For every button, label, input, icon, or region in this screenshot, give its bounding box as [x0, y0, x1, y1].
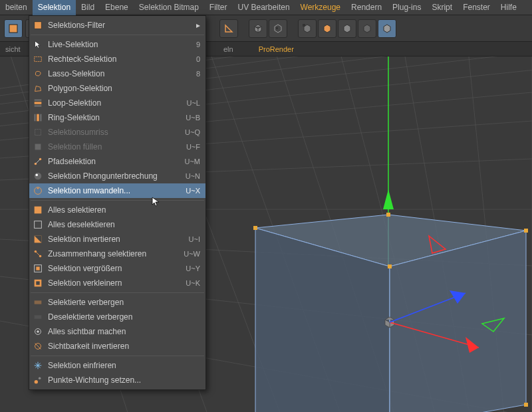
menu-selektion[interactable]: Selektion: [33, 0, 76, 15]
tool-btn-1[interactable]: [4, 19, 23, 38]
svg-rect-42: [35, 56, 42, 61]
svg-rect-67: [35, 300, 42, 304]
menu-item-pfadselektion[interactable]: PfadselektionU~M: [29, 154, 205, 169]
menu-bild[interactable]: Bild: [76, 0, 100, 15]
menu-item-label: Alles deselektieren: [48, 220, 200, 229]
tool-cube-2[interactable]: [269, 19, 287, 38]
menu-item-label: Live-Selektion: [48, 40, 196, 49]
menu-item-shortcut: U~Y: [186, 264, 200, 272]
menu-item-loop-selektion[interactable]: Loop-SelektionU~L: [29, 96, 205, 110]
svg-rect-63: [36, 266, 39, 270]
menu-item-alles-deselektieren[interactable]: Alles deselektieren: [29, 217, 205, 232]
menu-item-label: Selektion invertieren: [48, 235, 189, 244]
outline-icon: [32, 126, 44, 138]
menu-ebene[interactable]: Ebene: [100, 0, 134, 15]
menu-fenster[interactable]: Fenster: [458, 0, 495, 15]
cube-object[interactable]: [253, 213, 528, 412]
tool-cube-1[interactable]: [249, 19, 267, 38]
menu-item-shortcut: U~I: [189, 235, 200, 243]
menu-item-label: Selektion verkleinern: [48, 278, 186, 288]
menu-beiten[interactable]: beiten: [0, 0, 33, 15]
menu-item-label: Deselektierte verbergen: [48, 312, 200, 322]
menu-item-selektion-invertieren[interactable]: Selektion invertierenU~I: [29, 232, 205, 247]
menu-item-label: Polygon-Selektion: [48, 84, 200, 93]
menu-uv-bearbeiten[interactable]: UV Bearbeiten: [233, 0, 295, 15]
svg-point-73: [39, 377, 41, 380]
svg-line-53: [35, 159, 40, 163]
menu-item-alles-sichtbar-machen[interactable]: Alles sichtbar machen: [29, 324, 205, 339]
submenu-arrow-icon: ▸: [196, 21, 200, 30]
svg-rect-2: [276, 27, 278, 29]
menu-item-label: Selektion einfrieren: [48, 361, 200, 370]
invert-icon: [32, 233, 44, 245]
axis-y-arrow[interactable]: [383, 189, 394, 209]
menu-item-selektion-einfrieren[interactable]: Selektion einfrieren: [29, 358, 205, 373]
tab-eln[interactable]: eln: [221, 45, 236, 53]
menu-werkzeuge[interactable]: Werkzeuge: [295, 0, 346, 15]
menu-item-selektionsumriss: SelektionsumrissU~Q: [29, 125, 205, 140]
svg-rect-44: [35, 100, 42, 101]
menu-item-selektion-verkleinern[interactable]: Selektion verkleinernU~K: [29, 276, 205, 290]
menu-item-label: Selektion füllen: [48, 142, 186, 152]
menu-item-label: Selektion Phongunterbrechung: [48, 171, 186, 181]
menu-item-deselektierte-verbergen[interactable]: Deselektierte verbergen: [29, 310, 205, 324]
hide-sel-icon: [32, 296, 44, 308]
tab-prorender[interactable]: ProRender: [256, 45, 297, 53]
tool-cube-5[interactable]: [338, 19, 356, 38]
svg-rect-46: [37, 114, 39, 122]
menu-hilfe[interactable]: Hilfe: [495, 0, 522, 15]
svg-rect-41: [35, 22, 42, 29]
menu-item-alles-selektieren[interactable]: Alles selektieren: [29, 203, 205, 217]
menu-item-ring-selektion[interactable]: Ring-SelektionU~B: [29, 110, 205, 125]
show-all-icon: [32, 326, 44, 338]
path-icon: [32, 155, 44, 167]
menu-item-selektion-umwandeln-[interactable]: Selektion umwandeln...U~X: [29, 183, 205, 198]
select-all-icon: [32, 204, 44, 216]
deselect-all-icon: [32, 219, 44, 231]
menu-item-selektion-vergr-ern[interactable]: Selektion vergrößernU~Y: [29, 261, 205, 276]
svg-point-55: [35, 173, 38, 176]
menu-item-live-selektion[interactable]: Live-Selektion9: [29, 37, 205, 52]
menu-item-label: Zusammenhang selektieren: [48, 249, 184, 258]
menu-item-shortcut: U~L: [187, 99, 201, 107]
menu-item-lasso-selektion[interactable]: Lasso-Selektion8: [29, 66, 205, 81]
menu-item-selektions-filter[interactable]: Selektions-Filter▸: [29, 18, 205, 33]
convert-icon: [32, 185, 44, 197]
menu-item-label: Punkte-Wichtung setzen...: [48, 375, 200, 385]
menu-item-punkte-wichtung-setzen-[interactable]: Punkte-Wichtung setzen...: [29, 373, 205, 387]
menu-item-shortcut: U~K: [186, 279, 200, 287]
svg-rect-47: [35, 114, 36, 122]
menu-rendern[interactable]: Rendern: [346, 0, 387, 15]
menu-item-shortcut: U~F: [186, 143, 200, 151]
weight-icon: [32, 374, 44, 386]
menu-item-rechteck-selektion[interactable]: Rechteck-Selektion0: [29, 52, 205, 66]
menu-plug-ins[interactable]: Plug-ins: [387, 0, 426, 15]
menu-item-shortcut: 9: [196, 41, 200, 49]
menu-selektion-bitmap[interactable]: Selektion Bitmap: [134, 0, 204, 15]
svg-point-70: [37, 330, 39, 333]
tool-cube-4[interactable]: [318, 19, 336, 38]
shrink-icon: [32, 277, 44, 289]
fill-icon: [32, 141, 44, 153]
tab-sicht[interactable]: sicht: [3, 45, 23, 53]
tool-cube-6[interactable]: [358, 19, 376, 38]
cursor-white-icon: [32, 39, 44, 51]
tool-cube-7[interactable]: [378, 19, 396, 38]
menu-filter[interactable]: Filter: [204, 0, 233, 15]
hide-desel-icon: [32, 311, 44, 323]
tool-angle[interactable]: [219, 19, 238, 38]
svg-point-72: [35, 380, 38, 383]
svg-rect-32: [388, 264, 392, 268]
selektion-dropdown: Selektions-Filter▸Live-Selektion9Rechtec…: [29, 15, 206, 390]
menu-item-sichtbarkeit-invertieren[interactable]: Sichtbarkeit invertieren: [29, 339, 205, 354]
menu-item-shortcut: U~N: [186, 172, 200, 180]
menu-item-selektion-phongunterbrechung[interactable]: Selektion PhongunterbrechungU~N: [29, 169, 205, 183]
menu-item-selektierte-verbergen[interactable]: Selektierte verbergen: [29, 295, 205, 310]
invert-vis-icon: [32, 340, 44, 352]
menu-item-label: Ring-Selektion: [48, 113, 186, 122]
menu-item-polygon-selektion[interactable]: Polygon-Selektion: [29, 81, 205, 96]
tool-cube-3[interactable]: [298, 19, 317, 38]
menu-item-shortcut: U~Q: [185, 128, 200, 136]
menu-item-zusammenhang-selektieren[interactable]: Zusammenhang selektierenU~W: [29, 247, 205, 261]
menu-skript[interactable]: Skript: [426, 0, 458, 15]
